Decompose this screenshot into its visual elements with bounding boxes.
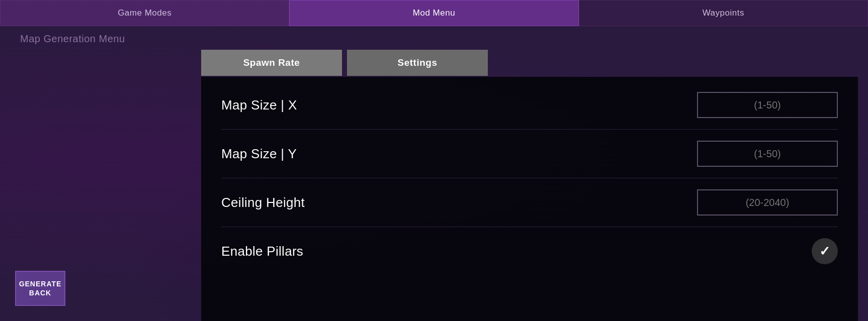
divider-2 — [221, 178, 838, 178]
nav-bar: Game Modes Mod Menu Waypoints — [0, 0, 868, 26]
input-ceiling-height[interactable] — [698, 190, 837, 215]
checkmark-icon: ✓ — [819, 244, 830, 259]
nav-item-waypoints[interactable]: Waypoints — [579, 0, 868, 26]
setting-row-enable-pillars: Enable Pillars ✓ — [221, 233, 838, 269]
setting-label-map-size-y: Map Size | Y — [221, 146, 297, 162]
page-wrapper: Game Modes Mod Menu Waypoints Map Genera… — [0, 0, 868, 321]
setting-row-ceiling-height: Ceiling Height — [221, 184, 838, 221]
input-map-size-x[interactable] — [698, 93, 837, 117]
tab-settings[interactable]: Settings — [347, 50, 488, 76]
setting-label-ceiling-height: Ceiling Height — [221, 195, 305, 210]
main-area: Spawn Rate Settings Map Size | X — [0, 50, 868, 321]
tab-row: Spawn Rate Settings — [201, 50, 858, 76]
right-panel: Spawn Rate Settings Map Size | X — [201, 50, 868, 321]
nav-item-game-modes[interactable]: Game Modes — [0, 0, 289, 26]
setting-row-map-size-y: Map Size | Y — [221, 136, 838, 172]
tab-spawn-rate[interactable]: Spawn Rate — [201, 50, 342, 76]
generate-back-button[interactable]: GENERATE BACK — [15, 271, 65, 306]
page-subtitle: Map Generation Menu — [0, 26, 868, 50]
divider-1 — [221, 129, 838, 130]
nav-item-mod-menu[interactable]: Mod Menu — [289, 0, 578, 26]
checkbox-enable-pillars[interactable]: ✓ — [812, 238, 838, 264]
setting-input-ceiling-height[interactable] — [697, 189, 838, 216]
content-panel: Map Size | X Map Size | Y Ceiling — [201, 77, 858, 321]
setting-label-map-size-x: Map Size | X — [221, 97, 297, 113]
input-map-size-y[interactable] — [698, 142, 837, 166]
setting-input-map-size-y[interactable] — [697, 141, 838, 167]
setting-row-map-size-x: Map Size | X — [221, 87, 838, 123]
setting-input-map-size-x[interactable] — [697, 92, 838, 118]
divider-3 — [221, 227, 838, 227]
setting-label-enable-pillars: Enable Pillars — [221, 244, 303, 259]
